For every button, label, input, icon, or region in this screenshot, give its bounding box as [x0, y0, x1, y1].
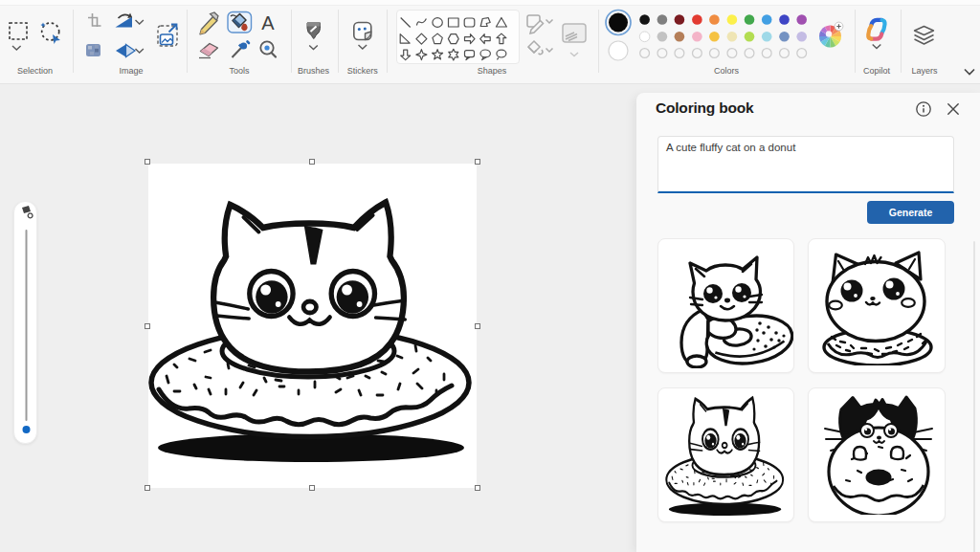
svg-text:A: A [261, 12, 275, 33]
